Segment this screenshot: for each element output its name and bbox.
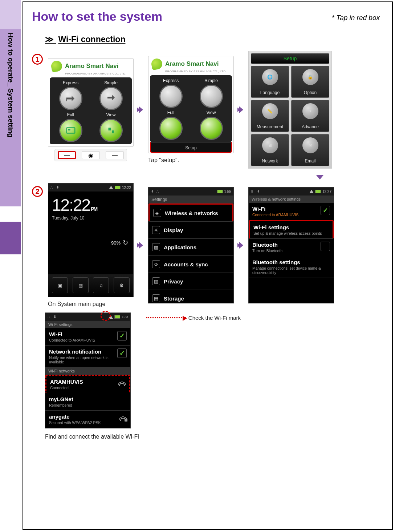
- leaf-icon: [50, 60, 63, 73]
- settings-storage[interactable]: ▤Storage: [148, 290, 233, 307]
- settings-applications[interactable]: ▦Applications: [148, 239, 233, 256]
- wifi-settings-header: Wi-Fi settings: [45, 321, 130, 328]
- settings-display[interactable]: ☀Display: [148, 222, 233, 239]
- wifi-network-aramhuvis[interactable]: ARAMHUVIS Connected: [45, 375, 130, 393]
- aramo-express-label: Express: [52, 80, 89, 85]
- step-badge-1: 1: [32, 54, 43, 65]
- wifi-network-anygate[interactable]: anygate Secured with WPA/WPA2 PSK: [45, 411, 130, 428]
- clock-date: Tuesday, July 10: [52, 215, 130, 221]
- setup-panel: Setup 🌐Language 🔒Option 📏Measurement ✴Ad…: [248, 51, 332, 169]
- setup-advance[interactable]: ✴Advance: [291, 100, 329, 132]
- wifi-signal-icon: [118, 379, 126, 386]
- view-button[interactable]: [99, 119, 123, 142]
- wifi-settings-row[interactable]: Wi-Fi settings Set up & manage wireless …: [249, 220, 334, 239]
- system-nav-bar: — ◉ —: [54, 149, 127, 161]
- page-title: How to set the system: [32, 9, 383, 24]
- battery-icon: [315, 190, 321, 193]
- wifi-toggle-row[interactable]: ✓ Wi-Fi Connected to ARAMHUVIS: [249, 203, 334, 220]
- sidebar-label: How to operate_ System setting: [7, 33, 15, 137]
- storage-icon: ▤: [152, 294, 160, 302]
- row-step-1: 1 Aramo Smart Navi PROGRAMMED BY ARAMHUV…: [32, 51, 383, 169]
- caption-connect-wifi: Find and connect the available Wi-Fi: [45, 434, 139, 440]
- sidebar-label-block: How to operate_ System setting: [0, 29, 21, 206]
- sidebar-accent: [0, 222, 21, 254]
- setup-panel-title: Setup: [251, 53, 329, 64]
- setup-option[interactable]: 🔒Option: [291, 66, 329, 98]
- battery-icon: [115, 186, 121, 189]
- statusbar-time: 12:22: [122, 186, 131, 190]
- express-button[interactable]: [159, 85, 183, 108]
- full-button[interactable]: [159, 117, 183, 140]
- dock-music-icon[interactable]: ♫: [93, 277, 109, 293]
- statusbar-time: 10:3: [122, 315, 128, 319]
- aramo-full-label: Full: [52, 112, 89, 117]
- dashed-arrow-icon: [146, 317, 186, 318]
- setup-network[interactable]: 🖥Network: [251, 134, 289, 166]
- simple-button[interactable]: [99, 87, 123, 110]
- statusbar-time: 12:27: [322, 190, 331, 194]
- wifi-signal-lock-icon: [119, 414, 127, 421]
- settings-wireless[interactable]: ◈Wireless & networks: [148, 203, 233, 222]
- bluetooth-settings-row[interactable]: Bluetooth settings Manage connections, s…: [249, 256, 334, 278]
- dock-app-icon[interactable]: ▣: [52, 277, 68, 293]
- wifi-toggle-row[interactable]: ✓ Wi-Fi Connected to ARAMHUVIS: [45, 328, 130, 346]
- wifi-checkbox[interactable]: ✓: [321, 206, 330, 215]
- aramo-title: Aramo Smart Navi: [65, 63, 118, 70]
- apps-icon: ▦: [152, 243, 160, 251]
- settings-accounts[interactable]: ⟳Accounts & sync: [148, 256, 233, 273]
- nav-home-button[interactable]: ◉: [82, 151, 100, 159]
- aramo-home-panel: Aramo Smart Navi PROGRAMMED BY ARAMHUVIS…: [48, 58, 134, 147]
- caption-system-main: On System main page: [48, 301, 105, 307]
- row-wifi-settings: ⎍⬇ 10:3 Wi-Fi settings ✓ Wi-Fi Connected…: [45, 313, 383, 440]
- wifi-icon: ◈: [153, 209, 161, 217]
- wifi-icon: [309, 190, 314, 193]
- simple-button[interactable]: [200, 85, 223, 108]
- subsection-chevron: ≫: [45, 35, 56, 44]
- battery-indicator: 90%↻: [111, 239, 128, 247]
- aramo-title: Aramo Smart Navi: [165, 60, 219, 68]
- network-notification-row[interactable]: ✓ Network notification Notify me when an…: [45, 346, 130, 367]
- clock-widget: 12:22PM: [52, 195, 130, 215]
- arrow-right-icon: [139, 106, 143, 113]
- wireless-header: Wireless & network settings: [249, 196, 334, 203]
- wifi-icon: [109, 186, 113, 189]
- wifi-networks-section: Wi-Fi networks: [45, 367, 130, 375]
- notification-checkbox[interactable]: ✓: [117, 348, 127, 358]
- step-badge-2: 2: [32, 186, 43, 197]
- privacy-icon: ▥: [152, 277, 160, 285]
- dock-settings-icon[interactable]: ⚙: [114, 277, 130, 293]
- hint-text: * Tap in red box: [332, 14, 380, 22]
- express-button[interactable]: [59, 87, 82, 110]
- sync-icon: ⟳: [152, 260, 160, 268]
- wifi-settings-screen: ⎍⬇ 10:3 Wi-Fi settings ✓ Wi-Fi Connected…: [45, 313, 131, 428]
- settings-privacy[interactable]: ▥Privacy: [148, 273, 233, 290]
- setup-email[interactable]: ✉Email: [291, 134, 329, 166]
- setup-language[interactable]: 🌐Language: [251, 66, 289, 98]
- full-button[interactable]: [59, 119, 82, 142]
- sidebar: How to operate_ System setting: [0, 0, 21, 254]
- bluetooth-checkbox[interactable]: ✓: [321, 242, 330, 251]
- nav-recent-button[interactable]: —: [106, 151, 124, 159]
- row-step-2: 2 ⎍⬇ 12:22 12:22PM Tuesday, July 10 90%↻…: [32, 183, 383, 307]
- setup-bar[interactable]: Setup: [150, 142, 232, 153]
- settings-screen: ⬇⎍ 1:55 Settings ◈Wireless & networks ☀D…: [148, 187, 234, 303]
- wireless-settings-screen: ⎍⬇ 12:27 Wireless & network settings ✓ W…: [248, 187, 334, 303]
- wifi-mark-highlight: [101, 311, 111, 321]
- sidebar-gap: [0, 206, 21, 222]
- view-button[interactable]: [200, 117, 223, 140]
- setup-measurement[interactable]: 📏Measurement: [251, 100, 289, 132]
- battery-icon: [114, 315, 120, 319]
- wifi-network-mylgnet[interactable]: myLGNet Remembered: [45, 393, 130, 411]
- subsection-label: Wi-Fi connection: [58, 35, 125, 44]
- bluetooth-toggle-row[interactable]: ✓ Bluetooth Turn on Bluetooth: [249, 239, 334, 256]
- leaf-icon: [151, 58, 163, 70]
- aramo-view-label: View: [92, 112, 130, 117]
- aramo-subtitle: PROGRAMMED BY ARAMHUVIS CO., LTD.: [165, 70, 233, 73]
- svg-rect-1: [68, 129, 70, 130]
- dock-gallery-icon[interactable]: ▧: [73, 277, 89, 293]
- nav-back-button[interactable]: —: [58, 151, 76, 159]
- page-frame: How to set the system * Tap in red box ≫…: [23, 1, 393, 530]
- android-home-screen: ⎍⬇ 12:22 12:22PM Tuesday, July 10 90%↻ ▣…: [48, 183, 134, 297]
- aramo-home-panel-2: Aramo Smart Navi PROGRAMMED BY ARAMHUVIS…: [148, 56, 234, 153]
- wifi-checkbox[interactable]: ✓: [117, 331, 127, 340]
